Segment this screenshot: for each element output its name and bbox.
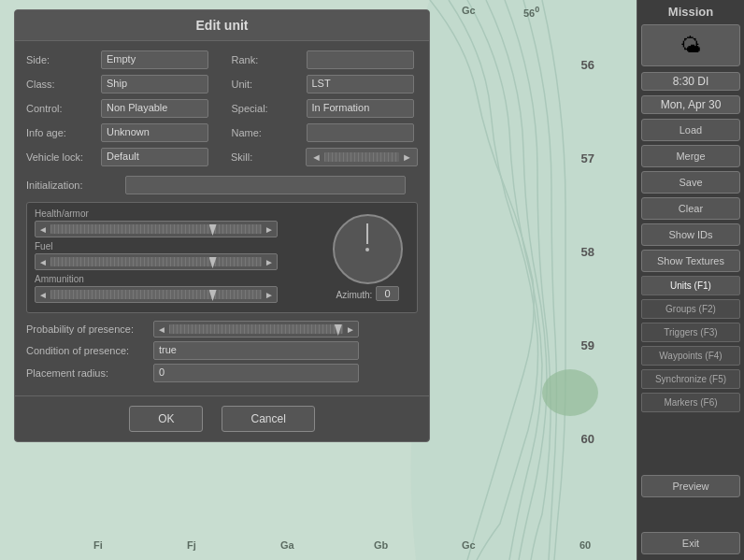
cancel-button[interactable]: Cancel (222, 406, 314, 432)
show-ids-button[interactable]: Show IDs (641, 223, 740, 246)
ok-button[interactable]: OK (129, 406, 203, 432)
health-armor-group: Health/armor ◄ ► (35, 208, 316, 237)
control-label: Control: (26, 103, 101, 114)
azimuth-container: Azimuth: 0 (325, 208, 409, 307)
rank-label: Rank: (232, 54, 307, 65)
name-input[interactable] (307, 123, 414, 142)
merge-button[interactable]: Merge (641, 145, 740, 167)
clear-button[interactable]: Clear (641, 197, 740, 220)
probability-row: Probability of presence: ◄ ► (26, 321, 418, 337)
date-display: Mon, Apr 30 (641, 95, 740, 114)
dialog-title: Edit unit (15, 10, 429, 41)
initialization-input[interactable] (125, 176, 406, 194)
name-label: Name: (232, 127, 307, 138)
grid-num-56: 56 (581, 58, 594, 72)
nav-synchronize[interactable]: Synchronize (F5) (641, 369, 740, 389)
grid-label-60-bottom: 60 (579, 539, 591, 551)
fuel-label: Fuel (35, 241, 316, 251)
weather-box: 🌤 (641, 24, 740, 66)
show-textures-button[interactable]: Show Textures (641, 250, 740, 272)
class-label: Class: (26, 79, 101, 90)
azimuth-needle (366, 223, 368, 244)
vehicle-lock-field[interactable]: Default (101, 148, 208, 166)
prob-left[interactable]: ◄ (157, 324, 166, 335)
skill-arrow-right[interactable]: ► (402, 151, 412, 163)
skill-arrow-left[interactable]: ◄ (311, 151, 322, 163)
health-armor-left[interactable]: ◄ (38, 224, 48, 235)
side-field[interactable]: Empty (101, 50, 208, 69)
grid-label-ga: Ga (280, 539, 294, 551)
azimuth-dot (365, 248, 369, 251)
prob-right[interactable]: ► (346, 324, 355, 335)
health-armor-label: Health/armor (35, 208, 316, 219)
info-age-field[interactable]: Unknown (101, 123, 208, 142)
azimuth-dial[interactable] (333, 214, 403, 284)
ammo-left[interactable]: ◄ (38, 290, 48, 300)
preview-button[interactable]: Preview (641, 475, 740, 497)
side-label: Side: (26, 54, 101, 65)
nav-units[interactable]: Units (F1) (641, 276, 740, 295)
skill-label: Skill: (231, 151, 306, 163)
grid-num-59: 59 (581, 338, 594, 352)
grid-label-gc-top: Gc (462, 5, 476, 16)
probability-slider[interactable]: ◄ ► (153, 321, 359, 337)
svg-point-1 (542, 369, 598, 416)
initialization-label: Initialization: (26, 179, 120, 191)
nav-triggers[interactable]: Triggers (F3) (641, 323, 740, 342)
condition-label: Condition of presence: (26, 345, 148, 356)
grid-num-58: 58 (581, 245, 594, 259)
placement-label: Placement radius: (26, 367, 148, 379)
weather-icon: 🌤 (680, 34, 701, 58)
mission-panel: Mission 🌤 8:30 DI Mon, Apr 30 Load Merge… (637, 0, 744, 560)
ammunition-group: Ammunition ◄ ► (35, 274, 316, 303)
grid-label-coord-right: 560 (523, 5, 539, 19)
skill-slider[interactable]: ◄ ► (306, 148, 418, 166)
condition-row: Condition of presence: true (26, 341, 418, 360)
special-label: Special: (232, 103, 307, 114)
vehicle-lock-label: Vehicle lock: (26, 151, 101, 163)
health-armor-slider[interactable]: ◄ ► (35, 221, 278, 237)
mission-title: Mission (668, 5, 713, 19)
health-armor-right[interactable]: ► (265, 224, 274, 235)
nav-groups[interactable]: Groups (F2) (641, 299, 740, 319)
grid-num-60: 60 (581, 432, 594, 446)
grid-label-fi: Fi (93, 539, 103, 551)
condition-field[interactable]: true (153, 341, 359, 360)
sliders-section: Health/armor ◄ ► Fuel ◄ (26, 202, 418, 313)
grid-num-57: 57 (581, 151, 594, 165)
fuel-group: Fuel ◄ ► (35, 241, 316, 270)
ammo-right[interactable]: ► (265, 290, 274, 300)
ammunition-label: Ammunition (35, 274, 316, 284)
rank-field[interactable] (307, 50, 414, 69)
edit-unit-dialog: Edit unit Side: Empty Rank: Class: (14, 9, 430, 442)
control-field[interactable]: Non Playable (101, 99, 208, 118)
azimuth-value[interactable]: 0 (376, 286, 398, 301)
fuel-slider[interactable]: ◄ ► (35, 253, 278, 270)
time-display: 8:30 DI (641, 72, 740, 91)
nav-waypoints[interactable]: Waypoints (F4) (641, 346, 740, 366)
placement-field[interactable]: 0 (153, 364, 359, 382)
load-button[interactable]: Load (641, 119, 740, 141)
fuel-left[interactable]: ◄ (38, 257, 48, 267)
nav-markers[interactable]: Markers (F6) (641, 393, 740, 412)
class-field[interactable]: Ship (101, 75, 208, 93)
grid-label-fj: Fj (187, 539, 196, 551)
ammunition-slider[interactable]: ◄ ► (35, 286, 278, 303)
info-age-label: Info age: (26, 127, 101, 138)
exit-button[interactable]: Exit (641, 532, 740, 554)
unit-label: Unit: (232, 79, 307, 90)
grid-label-gc-bottom: Gc (462, 539, 476, 551)
special-field[interactable]: In Formation (307, 99, 414, 118)
grid-label-gb: Gb (374, 539, 388, 551)
probability-label: Probability of presence: (26, 323, 148, 335)
unit-field[interactable]: LST (307, 75, 414, 93)
save-button[interactable]: Save (641, 171, 740, 194)
fuel-right[interactable]: ► (265, 257, 274, 267)
azimuth-label: Azimuth: (336, 290, 372, 300)
placement-row: Placement radius: 0 (26, 364, 418, 382)
dialog-buttons: OK Cancel (15, 395, 429, 441)
